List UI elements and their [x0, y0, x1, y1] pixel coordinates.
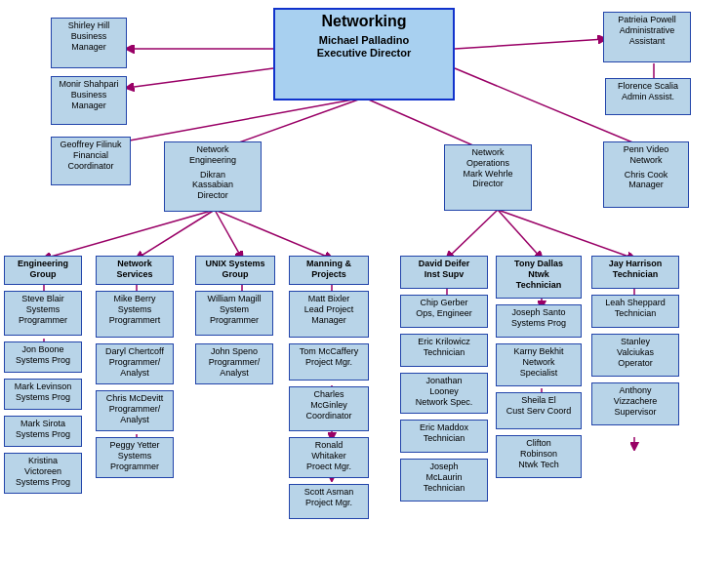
- svg-line-3: [127, 68, 273, 88]
- john-speno-box: John Speno Programmer/ Analyst: [195, 343, 273, 384]
- eric-maddox-box: Eric Maddox Technician: [400, 420, 488, 453]
- engineering-group-box: Engineering Group: [4, 256, 82, 285]
- kristina-victoreen-box: Kristina Victoreen Systems Prog: [4, 453, 82, 494]
- david-deifer-box: David Deifer Inst Supv: [400, 256, 488, 289]
- jon-boone-box: Jon Boone Systems Prog: [4, 341, 82, 373]
- svg-line-30: [447, 210, 498, 259]
- steve-blair-box: Steve Blair Systems Programmer: [4, 291, 82, 336]
- mark-sirota-box: Mark Sirota Systems Prog: [4, 416, 82, 447]
- svg-line-31: [498, 210, 542, 259]
- manning-projects-box: Manning & Projects: [289, 256, 369, 285]
- patricia-powell-box: Patrieia Powell Administrative Assistant: [603, 12, 691, 62]
- director-title: Executive Director: [278, 47, 450, 60]
- svg-line-6: [98, 98, 364, 146]
- svg-line-10: [44, 210, 215, 259]
- leah-sheppard-box: Leah Sheppard Technician: [591, 295, 679, 328]
- jay-harrison-box: Jay Harrison Technician: [591, 256, 679, 289]
- tom-mccaffery-box: Tom McCaffery Project Mgr.: [289, 343, 369, 381]
- stanley-valciukas-box: Stanley Valciukas Operator: [591, 334, 679, 377]
- svg-line-32: [498, 210, 634, 259]
- joseph-santo-box: Joseph Santo Systems Prog: [496, 304, 582, 338]
- monir-shahpari-box: Monir Shahpari Business Manager: [51, 76, 127, 125]
- ronald-whitaker-box: Ronald Whitaker Proect Mgr.: [289, 437, 369, 478]
- clifton-robinson-box: Clifton Robinson Ntwk Tech: [496, 435, 582, 478]
- mike-berry-box: Mike Berry Systems Programmert: [96, 291, 174, 338]
- karny-bekhit-box: Karny Bekhit Network Specialist: [496, 343, 582, 386]
- chip-gerber-box: Chip Gerber Ops, Engineer: [400, 295, 488, 328]
- william-magill-box: William Magill System Programmer: [195, 291, 273, 336]
- mark-levinson-box: Mark Levinson Systems Prog: [4, 379, 82, 410]
- chart-title: Networking: [278, 12, 450, 30]
- anthony-vizzachere-box: Anthony Vizzachere Supervisor: [591, 382, 679, 425]
- network-engineering-box: Network Engineering Dikran Kassabian Dir…: [164, 141, 262, 212]
- eric-krilowicz-box: Eric Krilowicz Technician: [400, 334, 488, 367]
- director-name: Michael Palladino: [278, 34, 450, 47]
- florence-scalia-box: Florence Scalia Admin Assist.: [605, 78, 691, 115]
- geoffrey-filinuk-box: Geoffrey Filinuk Financial Coordinator: [51, 137, 131, 185]
- network-operations-box: Network Operations Mark Wehrle Director: [444, 144, 532, 211]
- network-services-box: Network Services: [96, 256, 174, 285]
- tony-dallas-box: Tony Dallas Ntwk Technician: [496, 256, 582, 299]
- daryl-chertcoff-box: Daryl Chertcoff Programmer/ Analyst: [96, 343, 174, 384]
- sheila-el-box: Sheila El Cust Serv Coord: [496, 392, 582, 429]
- peggy-yetter-box: Peggy Yetter Systems Programmer: [96, 437, 174, 478]
- svg-line-13: [215, 210, 332, 259]
- org-chart: Networking Michael Palladino Executive D…: [0, 0, 728, 16]
- matt-bixler-box: Matt Bixler Lead Project Manager: [289, 291, 369, 338]
- svg-line-12: [215, 210, 242, 259]
- shirley-hill-box: Shirley Hill Business Manager: [51, 18, 127, 68]
- unix-systems-box: UNIX Systems Group: [195, 256, 275, 285]
- charles-mcginley-box: Charles McGinley Coordinator: [289, 386, 369, 431]
- scott-asman-box: Scott Asman Project Mgr.: [289, 484, 369, 519]
- jonathan-looney-box: Jonathan Looney Network Spec.: [400, 373, 488, 414]
- main-title-box: Networking Michael Palladino Executive D…: [273, 8, 455, 100]
- chris-mcdevitt-box: Chris McDevitt Programmer/ Analyst: [96, 390, 174, 431]
- penn-video-box: Penn Video Network Chris Cook Manager: [603, 141, 689, 208]
- svg-line-4: [455, 39, 605, 49]
- joseph-mclaurin-box: Joseph McLaurin Technician: [400, 459, 488, 502]
- svg-line-11: [137, 210, 215, 259]
